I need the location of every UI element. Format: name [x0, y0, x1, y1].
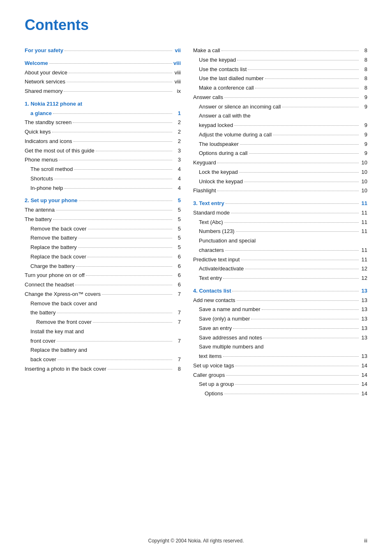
toc-entry: Use the keypad8 — [193, 55, 367, 65]
toc-page-number: 6 — [173, 271, 181, 280]
toc-gap — [25, 96, 181, 99]
toc-page-number: 6 — [173, 252, 181, 262]
toc-leader — [73, 122, 172, 123]
toc-page-number: 4 — [173, 165, 181, 174]
toc-page-number: 1 — [173, 109, 181, 118]
toc-entry: Save a name and number13 — [193, 305, 367, 314]
toc-entry: Turn your phone on or off6 — [25, 271, 181, 280]
toc-leader — [273, 135, 359, 135]
toc-entry: Replace the back cover6 — [25, 252, 181, 262]
toc-entry: Make a call8 — [193, 46, 367, 55]
toc-entry: In-phone help4 — [25, 184, 181, 193]
toc-page-number: 14 — [360, 389, 367, 399]
toc-leader — [57, 341, 172, 341]
toc-entry-label: Save a name and number — [199, 305, 261, 314]
toc-entry: The standby screen2 — [25, 118, 181, 127]
toc-page-number: 13 — [360, 286, 367, 296]
toc-leader — [217, 163, 359, 163]
toc-entry: Make a conference call8 — [193, 83, 367, 93]
toc-columns: For your safetyviiWelcomeviiiAbout your … — [25, 46, 367, 399]
toc-entry: Set up a group14 — [193, 380, 367, 389]
toc-entry-label: Quick keys — [25, 127, 51, 137]
toc-gap — [25, 55, 181, 59]
toc-page-number: 8 — [360, 65, 367, 74]
toc-leader — [96, 151, 172, 151]
toc-entry: Numbers (123)11 — [193, 227, 367, 236]
toc-entry: Activate/deactivate12 — [193, 264, 367, 274]
toc-entry-label: Use the last dialled number — [199, 74, 264, 83]
toc-page-number: 8 — [173, 365, 181, 374]
toc-page-number: viii — [173, 77, 181, 87]
toc-page-number: 7 — [173, 308, 181, 318]
toc-leader — [234, 125, 359, 126]
toc-page-number: 2 — [173, 137, 181, 146]
toc-entry-label: Use the contacts list — [199, 65, 247, 74]
toc-entry-label: Save an entry — [199, 324, 232, 333]
toc-entry: Remove the battery5 — [25, 233, 181, 243]
toc-entry: Change the Xpress-on™ covers7 — [25, 290, 181, 299]
toc-page-number: 4 — [173, 174, 181, 184]
toc-entry-label: Options — [205, 389, 223, 399]
toc-leader — [244, 182, 359, 182]
toc-page-number: 11 — [360, 227, 367, 236]
toc-entry: Options14 — [193, 389, 367, 399]
toc-entry-label: Install the key mat and — [30, 327, 84, 337]
toc-page-number: 9 — [360, 102, 367, 112]
toc-leader — [64, 91, 172, 92]
toc-entry: Save multiple numbers and — [193, 342, 367, 352]
toc-page-number: 5 — [173, 215, 181, 224]
toc-entry: Set up voice tags14 — [193, 361, 367, 371]
toc-entry-label: Text entry — [199, 274, 222, 283]
toc-page-number: 10 — [360, 186, 367, 196]
toc-page-number: 9 — [360, 149, 367, 158]
footer-copyright: Copyright © 2004 Nokia. All rights reser… — [0, 538, 392, 544]
toc-entry-label: Replace the back cover — [30, 252, 86, 262]
toc-page-number: 7 — [173, 290, 181, 299]
toc-entry-label: The standby screen — [25, 118, 71, 127]
toc-page-number: 5 — [173, 205, 181, 215]
toc-leader — [58, 360, 172, 360]
toc-entry-label: Numbers (123) — [199, 227, 235, 236]
toc-leader — [225, 250, 359, 251]
toc-entry: Replace the battery and — [25, 346, 181, 355]
toc-page-number: 14 — [360, 371, 367, 380]
toc-page-number: 12 — [360, 274, 367, 283]
toc-entry-label: Adjust the volume during a call — [199, 130, 272, 140]
toc-entry: The battery5 — [25, 215, 181, 224]
toc-entry: The loudspeaker9 — [193, 140, 367, 149]
toc-page-number: 13 — [360, 296, 367, 305]
toc-page-number: 11 — [360, 246, 367, 255]
toc-leader — [241, 260, 359, 260]
toc-page-number: 9 — [360, 121, 367, 130]
toc-leader — [76, 266, 172, 267]
toc-entry: the battery7 — [25, 308, 181, 318]
toc-entry: keypad locked9 — [193, 121, 367, 130]
toc-leader — [57, 313, 172, 313]
toc-page-number: viii — [173, 59, 181, 68]
toc-entry: Indicators and icons2 — [25, 137, 181, 146]
toc-gap — [25, 193, 181, 196]
toc-entry-label: the battery — [30, 308, 55, 318]
toc-leader — [49, 63, 172, 64]
toc-leader — [265, 78, 359, 79]
toc-section-heading: 1. Nokia 2112 phone at — [25, 99, 181, 109]
toc-leader — [53, 219, 172, 220]
toc-leader — [232, 291, 359, 291]
toc-leader — [251, 319, 359, 319]
toc-entry: About your deviceviii — [25, 68, 181, 78]
toc-page-number: 5 — [173, 243, 181, 252]
toc-leader — [240, 144, 359, 145]
toc-entry: Punctuation and special — [193, 236, 367, 246]
toc-entry: Standard mode11 — [193, 208, 367, 218]
toc-entry-label: Use the keypad — [199, 55, 236, 65]
toc-leader — [69, 73, 172, 73]
toc-entry: front cover7 — [25, 337, 181, 346]
toc-page-number: 11 — [360, 199, 367, 208]
toc-entry-label: Punctuation and special — [199, 236, 256, 246]
toc-page-number: 5 — [173, 196, 181, 205]
toc-entry-label: Phone menus — [25, 155, 58, 165]
toc-page-number: viii — [173, 68, 181, 78]
toc-entry: Remove the front cover7 — [25, 318, 181, 327]
toc-heading-label: 4. Contacts list — [193, 286, 231, 296]
toc-entry-label: Remove the back cover and — [30, 299, 97, 309]
